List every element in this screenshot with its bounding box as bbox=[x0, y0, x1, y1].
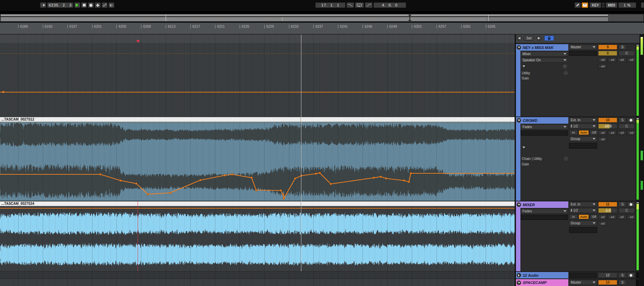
send-d-field[interactable]: -inf bbox=[627, 215, 636, 219]
send-c-field[interactable]: -inf bbox=[617, 130, 626, 135]
send-d-field[interactable]: -inf bbox=[627, 130, 636, 135]
routing-sub-chooser[interactable] bbox=[569, 227, 597, 233]
clip-body-crowd[interactable] bbox=[0, 122, 515, 201]
track-header-crowd[interactable]: CROWD Fades Chain | Utility − Gain Ext. … bbox=[516, 117, 635, 201]
input-channel-chooser[interactable]: ‖ 1/2 bbox=[569, 124, 597, 129]
loop-length-display[interactable]: 4. 0. 0 bbox=[374, 2, 406, 8]
track-activator[interactable]: 13 bbox=[598, 280, 617, 285]
lane-fold-button[interactable] bbox=[521, 64, 526, 69]
fold-button[interactable] bbox=[517, 202, 521, 207]
cpu-meter[interactable]: 1 % bbox=[618, 2, 636, 8]
send-b-field[interactable]: -inf bbox=[608, 215, 617, 219]
automation-control-chooser[interactable]: Fades bbox=[521, 124, 568, 129]
clip-title-bar[interactable]: ...TASCAM_0027S34 bbox=[0, 201, 515, 206]
monitor-auto-button[interactable]: Auto bbox=[579, 214, 589, 219]
fold-button[interactable] bbox=[517, 273, 521, 277]
automation-control-chooser[interactable]: Fades bbox=[521, 209, 568, 214]
device-row[interactable]: Gain bbox=[522, 76, 568, 80]
scrub-area[interactable] bbox=[0, 35, 515, 43]
punch-in-button[interactable] bbox=[346, 2, 354, 8]
track-name-bar[interactable]: SPACECAMP bbox=[516, 279, 568, 286]
send-c-field[interactable]: -inf bbox=[617, 58, 626, 62]
stop-button[interactable] bbox=[81, 2, 87, 8]
follow-button[interactable] bbox=[40, 2, 46, 8]
fold-button[interactable] bbox=[517, 45, 521, 50]
send-a-field[interactable]: -inf bbox=[598, 215, 607, 219]
clip-gain-line[interactable] bbox=[0, 123, 515, 123]
loop-button[interactable] bbox=[355, 2, 364, 8]
pan-field[interactable]: C bbox=[619, 51, 635, 56]
arrangement-position-display[interactable]: 6235. 2. 3 bbox=[47, 2, 73, 8]
automation-device-chooser[interactable]: Mixer bbox=[521, 51, 568, 57]
track-header-mixer[interactable]: MIXER Fades Ext. In ‖ 1/2 In Auto Off Gr… bbox=[516, 201, 635, 271]
send-c-field[interactable]: -inf bbox=[617, 215, 626, 219]
track-name-bar[interactable]: MIXER bbox=[516, 201, 568, 208]
solo-button[interactable]: S bbox=[619, 45, 626, 50]
device-on-off[interactable]: − bbox=[564, 71, 568, 75]
automation-sub-chooser[interactable] bbox=[521, 215, 568, 220]
pan-field[interactable]: C bbox=[619, 208, 635, 213]
track-activator[interactable]: 11 bbox=[598, 202, 617, 207]
overdub-button[interactable] bbox=[95, 2, 101, 8]
device-row[interactable]: Chain | Utility − bbox=[522, 156, 568, 161]
monitor-in-button[interactable]: In bbox=[569, 130, 578, 135]
play-button[interactable] bbox=[74, 2, 80, 8]
beat-time-ruler[interactable]: 6189619361976201620562096213621762216225… bbox=[0, 23, 644, 35]
prev-locator-button[interactable] bbox=[517, 36, 522, 41]
input-routing-chooser[interactable]: Ext. In bbox=[569, 202, 597, 207]
lane-fold-button[interactable] bbox=[521, 145, 526, 150]
arm-button[interactable] bbox=[627, 273, 635, 278]
solo-button[interactable]: S bbox=[619, 273, 626, 278]
record-button[interactable] bbox=[88, 2, 94, 8]
draw-mode-button[interactable] bbox=[574, 2, 581, 8]
arm-button[interactable] bbox=[627, 202, 635, 207]
midi-map-button[interactable]: MIDI bbox=[606, 2, 617, 8]
arrangement-overview[interactable] bbox=[0, 14, 644, 22]
back-to-arrangement-button[interactable] bbox=[109, 2, 114, 8]
output-routing-chooser[interactable]: Master bbox=[569, 280, 597, 285]
track-name-bar[interactable]: NEY x MISS MAK bbox=[516, 44, 568, 51]
send-a-field[interactable]: -inf bbox=[598, 58, 607, 62]
input-channel-chooser[interactable]: ‖ 1/2 bbox=[569, 208, 597, 213]
pan-field[interactable]: C bbox=[619, 124, 635, 129]
track-header-ney[interactable]: NEY x MISS MAK Mixer Speaker On + Utilit… bbox=[516, 44, 635, 116]
automation-line[interactable] bbox=[0, 208, 515, 209]
output-routing-chooser[interactable]: Group bbox=[569, 221, 597, 226]
routing-sub-chooser[interactable] bbox=[569, 273, 597, 278]
routing-sub-chooser[interactable] bbox=[569, 143, 597, 149]
monitor-off-button[interactable]: Off bbox=[590, 130, 598, 135]
track-header-12audio[interactable]: 12 Audio 12 S bbox=[516, 272, 635, 278]
punch-out-button[interactable] bbox=[365, 2, 372, 8]
loop-lock-button[interactable] bbox=[544, 36, 554, 41]
device-row[interactable]: Gain bbox=[522, 162, 568, 166]
clip-title-bar[interactable]: ...TASCAM_0027S12 bbox=[0, 117, 515, 122]
device-on-off[interactable]: − bbox=[564, 157, 568, 161]
input-routing-chooser[interactable]: Ext. In bbox=[569, 117, 597, 123]
track-activator[interactable]: 10 bbox=[598, 117, 617, 123]
volume-field[interactable]: -1.0 bbox=[598, 208, 617, 213]
track-lane-ney[interactable] bbox=[0, 43, 515, 117]
send-b-field[interactable]: -inf bbox=[608, 58, 617, 62]
solo-button[interactable]: S bbox=[619, 202, 626, 207]
track-activator[interactable]: 9 bbox=[598, 45, 617, 50]
track-name-bar[interactable]: 12 Audio bbox=[516, 272, 568, 278]
output-routing-chooser[interactable]: Master bbox=[569, 45, 597, 50]
fold-button[interactable] bbox=[517, 118, 521, 123]
insert-marker-icon[interactable] bbox=[136, 40, 140, 43]
send-b-field[interactable]: -inf bbox=[608, 130, 617, 135]
volume-field[interactable]: -14.0 bbox=[598, 124, 617, 129]
automation-sub-chooser[interactable] bbox=[521, 130, 568, 136]
monitor-in-button[interactable]: In bbox=[569, 214, 578, 219]
send-e-field[interactable]: -inf bbox=[598, 64, 607, 69]
fold-button[interactable] bbox=[517, 281, 521, 285]
send-d-field[interactable]: -inf bbox=[627, 58, 636, 62]
set-locator-button[interactable]: Set bbox=[523, 36, 535, 41]
send-a-field[interactable]: -inf bbox=[598, 130, 607, 135]
track-lane-12audio[interactable] bbox=[0, 271, 515, 278]
output-routing-chooser[interactable]: Group bbox=[569, 136, 597, 141]
track-lane-spacecamp[interactable] bbox=[0, 278, 515, 286]
next-locator-button[interactable] bbox=[536, 36, 542, 41]
add-lane-button[interactable]: + bbox=[563, 64, 567, 69]
monitor-auto-button[interactable]: Auto bbox=[579, 130, 589, 135]
track-header-spacecamp[interactable]: SPACECAMP Master 13 S bbox=[516, 279, 635, 286]
